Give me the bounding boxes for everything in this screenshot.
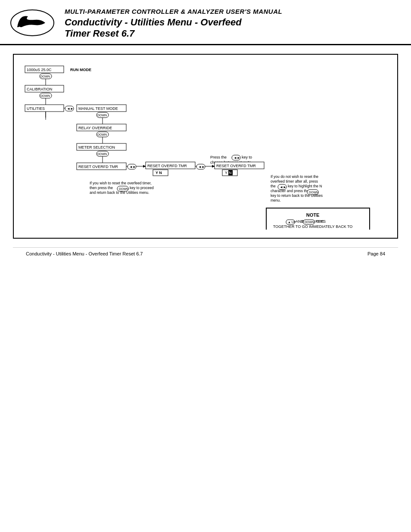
shark-logo-svg: S H A R K (9, 8, 56, 38)
svg-text:CALIBRATION: CALIBRATION (27, 87, 52, 91)
svg-text:KEYS: KEYS (315, 219, 326, 224)
header-text-block: MULTI-PARAMETER CONTROLLER & ANALYZER US… (65, 8, 398, 40)
svg-text:N: N (229, 171, 232, 175)
svg-text:DOWN: DOWN (97, 152, 107, 156)
svg-text:overfeed timer after all, pres: overfeed timer after all, press (271, 179, 318, 184)
svg-text:H: H (22, 26, 25, 30)
svg-text:Press the: Press the (210, 155, 227, 159)
svg-text:RESET OVERFD TMR: RESET OVERFD TMR (147, 164, 187, 168)
svg-text:character and press the: character and press the (271, 189, 309, 193)
svg-text:◄►: ◄► (129, 165, 136, 169)
diagram-box: 1000uS 25.0C RUN MODE DOWN CALIBRATION D… (13, 54, 398, 239)
svg-text:RESET OVERFD TMR: RESET OVERFD TMR (78, 165, 118, 169)
main-content: 1000uS 25.0C RUN MODE DOWN CALIBRATION D… (0, 45, 411, 268)
svg-text:key to: key to (242, 155, 252, 159)
svg-text:TOGETHER TO GO IMMEDIATELY BAC: TOGETHER TO GO IMMEDIATELY BACK TO (273, 224, 353, 229)
svg-text:MANUAL TEST MODE: MANUAL TEST MODE (78, 106, 118, 111)
svg-text:the: the (271, 184, 276, 188)
svg-text:UTILITIES: UTILITIES (27, 106, 45, 111)
svg-text:RELAY OVERRIDE: RELAY OVERRIDE (78, 126, 112, 130)
page-footer: Conductivity - Utilities Menu - Overfeed… (13, 247, 398, 260)
svg-text:DOWN: DOWN (305, 221, 314, 224)
svg-text:DOWN: DOWN (40, 94, 50, 97)
svg-text:METER SELECTION: METER SELECTION (78, 145, 115, 149)
svg-text:K: K (36, 26, 39, 30)
svg-text:key to highlight the N: key to highlight the N (288, 184, 322, 188)
logo: S H A R K (9, 8, 56, 39)
svg-text:S: S (18, 26, 21, 30)
svg-text:RUN MODE: RUN MODE (70, 68, 91, 72)
footer-right: Page 84 (367, 251, 385, 256)
flow-diagram-svg: 1000uS 25.0C RUN MODE DOWN CALIBRATION D… (21, 62, 395, 230)
svg-text:NOTE: NOTE (306, 212, 320, 218)
svg-text:DOWN: DOWN (97, 133, 107, 136)
svg-text:◄►: ◄► (234, 156, 240, 160)
svg-text:R: R (32, 26, 35, 30)
svg-text:DOWN: DOWN (97, 114, 107, 117)
svg-text:RESET OVERFD TMR: RESET OVERFD TMR (216, 164, 256, 168)
svg-text:then press the: then press the (90, 186, 113, 190)
svg-text:DOWN: DOWN (40, 75, 50, 78)
svg-text:◄►: ◄► (198, 165, 205, 169)
svg-text:A: A (27, 26, 30, 30)
svg-text:AND: AND (296, 219, 304, 224)
svg-text:DOWN: DOWN (119, 187, 128, 190)
svg-text:key to return back to the Util: key to return back to the Utilities (271, 193, 323, 198)
svg-text:Y  N: Y N (156, 171, 162, 175)
page-header: S H A R K MULTI-PARAMETER CONTROLLER & A… (0, 0, 411, 45)
svg-text:▲ UP: ▲ UP (288, 221, 296, 224)
svg-text:and return back to the Utiliti: and return back to the Utilities menu. (90, 190, 149, 195)
svg-text:key to proceed: key to proceed (130, 186, 154, 190)
svg-text:Y: Y (225, 171, 227, 175)
svg-text:If you wish to reset the overf: If you wish to reset the overfeed timer, (90, 181, 152, 185)
svg-text:menu.: menu. (271, 198, 281, 202)
footer-left: Conductivity - Utilities Menu - Overfeed… (26, 251, 143, 256)
svg-text:◄►: ◄► (67, 107, 74, 111)
svg-text:If you do not wish to reset th: If you do not wish to reset the (271, 174, 318, 179)
page-title: Conductivity - Utilities Menu - Overfeed… (65, 17, 398, 40)
manual-title: MULTI-PARAMETER CONTROLLER & ANALYZER US… (65, 8, 398, 15)
svg-text:1000uS  25.0C: 1000uS 25.0C (27, 68, 52, 72)
